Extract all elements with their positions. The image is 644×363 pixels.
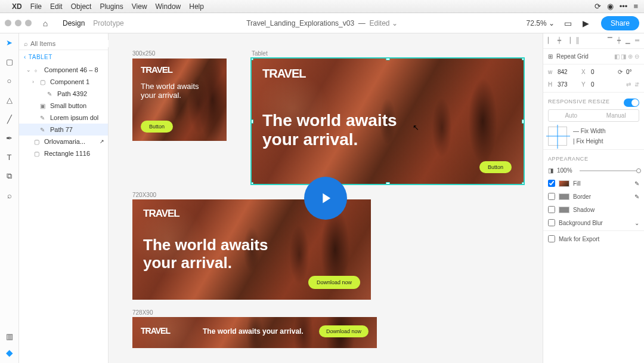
layers-icon[interactable]: ◆ [4, 347, 15, 358]
rectangle-tool-icon[interactable]: ▢ [4, 56, 15, 67]
menu-plugins[interactable]: Plugins [100, 2, 123, 11]
fill-swatch[interactable] [559, 180, 569, 187]
play-preview-icon[interactable]: ▶ [578, 16, 594, 31]
repeat-grid-label[interactable]: Repeat Grid [556, 53, 589, 60]
artboard-label[interactable]: 728X90 [132, 309, 153, 316]
tool-rail: ➤ ▢ ○ △ ╱ ✒ T ⧉ ⌕ ▥ ◆ [0, 33, 19, 363]
cta-button[interactable]: Button [479, 161, 512, 173]
eyedropper-icon[interactable]: ✎ [634, 193, 639, 200]
width-input[interactable] [558, 69, 574, 75]
ellipse-tool-icon[interactable]: ○ [4, 75, 15, 86]
tab-design[interactable]: Design [63, 19, 85, 27]
search-input[interactable] [30, 40, 113, 47]
border-swatch[interactable] [559, 193, 569, 200]
layer-row[interactable]: ✎Path 77 [19, 124, 108, 136]
rotation-input[interactable] [626, 69, 639, 75]
cta-button[interactable]: Download now [319, 325, 369, 337]
app-toolbar: ⌂ Design Prototype Travel_Landing_Explor… [0, 13, 644, 33]
layer-row[interactable]: ›▢Component 1 [19, 76, 108, 88]
align-hcenter-icon[interactable]: ┿ [558, 37, 561, 44]
logo-text: TRAVEL [262, 67, 306, 81]
menubar-extra-icon[interactable]: ≡ [633, 2, 638, 11]
sync-icon[interactable]: ⟳ [595, 2, 601, 11]
share-button[interactable]: Share [601, 16, 639, 30]
x-input[interactable] [591, 69, 608, 75]
line-tool-icon[interactable]: ╱ [4, 113, 15, 124]
menu-help[interactable]: Help [189, 2, 204, 11]
artboard-tablet[interactable]: TRAVEL The world awaits your arrival. Bu… [252, 59, 524, 184]
tab-prototype[interactable]: Prototype [93, 19, 123, 27]
boolean-ops-icon[interactable]: ◧ ◨ ⊕ ⊖ [614, 53, 639, 60]
responsive-resize-heading: RESPONSIVE RESIZE [543, 94, 644, 107]
cta-button[interactable]: Download now [308, 276, 360, 289]
flip-h-icon[interactable]: ⇄ [626, 81, 631, 88]
chevron-down-icon[interactable]: ⌄ [634, 220, 639, 226]
menu-object[interactable]: Object [71, 2, 92, 11]
repeat-grid-icon[interactable]: ⊞ [548, 53, 553, 60]
home-icon[interactable]: ⌂ [38, 16, 53, 31]
align-bottom-icon[interactable]: ▁ [626, 37, 630, 44]
y-input[interactable] [591, 81, 608, 88]
rotate-icon[interactable]: ⟳ [618, 69, 623, 75]
align-left-icon[interactable]: ▏ [548, 37, 553, 44]
breadcrumb[interactable]: ‹ TABLET [19, 50, 108, 64]
device-preview-icon[interactable]: ▭ [561, 16, 576, 31]
zoom-tool-icon[interactable]: ⌕ [4, 190, 15, 201]
layer-row[interactable]: ✎Path 4392 [19, 88, 108, 100]
layer-row[interactable]: ⌄⬨Component 46 – 8 [19, 64, 108, 76]
menu-view[interactable]: View [132, 2, 147, 11]
shadow-checkbox[interactable] [548, 206, 555, 213]
artboard-tool-icon[interactable]: ⧉ [4, 171, 15, 182]
cta-button[interactable]: Button [141, 121, 173, 133]
height-input[interactable] [558, 81, 574, 88]
align-right-icon[interactable]: ▕ [566, 37, 571, 44]
shadow-label: Shadow [573, 207, 595, 213]
artboard-728x90[interactable]: TRAVEL The world awaits your arrival. Do… [132, 317, 377, 348]
layer-row[interactable]: ✎Lorem ipsum dol [19, 112, 108, 124]
export-checkbox[interactable] [548, 235, 555, 242]
distribute-v-icon[interactable]: ═ [635, 37, 639, 44]
window-controls[interactable] [5, 20, 32, 26]
border-checkbox[interactable] [548, 193, 555, 200]
more-icon[interactable]: ••• [620, 2, 628, 11]
menu-file[interactable]: File [30, 2, 42, 11]
responsive-toggle[interactable] [624, 99, 639, 107]
pen-tool-icon[interactable]: ✒ [4, 133, 15, 143]
fix-height-row[interactable]: | Fix Height [573, 138, 605, 144]
artboard-label[interactable]: 720X300 [132, 192, 156, 198]
eyedropper-icon[interactable]: ✎ [634, 180, 639, 187]
constraints-diagram[interactable] [548, 127, 567, 146]
layer-search[interactable]: ⌕ ⌄ [19, 37, 108, 50]
polygon-tool-icon[interactable]: △ [4, 94, 15, 105]
text-tool-icon[interactable]: T [4, 152, 15, 162]
opacity-slider[interactable] [580, 170, 639, 171]
distribute-icon[interactable]: ║ [575, 37, 580, 44]
flip-v-icon[interactable]: ⇵ [634, 81, 639, 88]
align-tools[interactable]: ▏ ┿ ▕ ║ ▔ ┿ ▁ ═ [543, 33, 644, 47]
align-vcenter-icon[interactable]: ┿ [617, 37, 621, 44]
opacity-value[interactable]: 100% [557, 167, 572, 174]
logo-text: TRAVEL [141, 326, 170, 336]
fill-checkbox[interactable] [548, 180, 555, 187]
menu-edit[interactable]: Edit [50, 2, 63, 11]
cloud-icon[interactable]: ◉ [607, 2, 614, 11]
artboard-300x250[interactable]: TRAVEL The world awaits your arrival. Bu… [132, 59, 227, 141]
shadow-swatch[interactable] [559, 207, 569, 213]
artboard-label[interactable]: 300x250 [132, 50, 155, 57]
bgblur-checkbox[interactable] [548, 219, 555, 226]
zoom-level[interactable]: 72.5% ⌄ [527, 19, 555, 27]
resize-mode[interactable]: AutoManual [548, 109, 639, 122]
artboard-label[interactable]: Tablet [252, 50, 268, 57]
layer-row[interactable]: ▢Rectangle 1116 [19, 147, 108, 159]
video-play-button[interactable] [304, 177, 347, 220]
fix-width-row[interactable]: — Fix Width [573, 128, 605, 134]
app-name[interactable]: XD [12, 2, 22, 11]
design-canvas[interactable]: 300x250 TRAVEL The world awaits your arr… [109, 33, 543, 363]
layer-row[interactable]: ▢Orlovamaria...↗ [19, 136, 108, 147]
layer-row[interactable]: ▣Small button [19, 100, 108, 112]
document-title: Travel_Landing_Explorations_v03 — Edited… [246, 19, 398, 27]
select-tool-icon[interactable]: ➤ [4, 37, 15, 48]
align-top-icon[interactable]: ▔ [608, 37, 612, 44]
assets-icon[interactable]: ▥ [4, 331, 15, 342]
menu-window[interactable]: Window [156, 2, 181, 11]
